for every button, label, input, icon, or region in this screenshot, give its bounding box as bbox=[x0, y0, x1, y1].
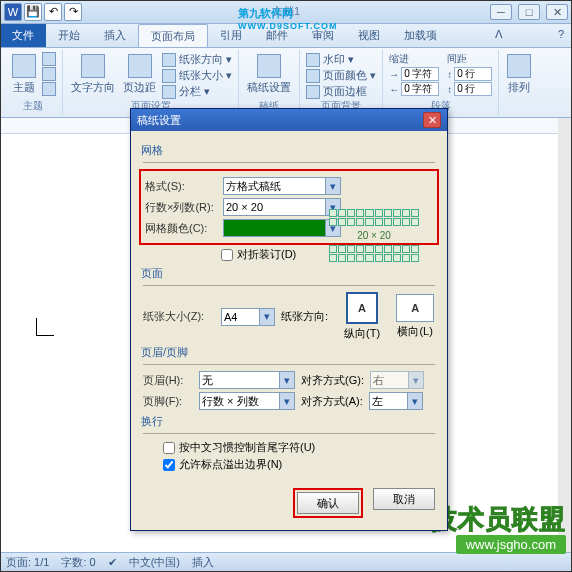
chevron-down-icon: ▾ bbox=[408, 372, 423, 388]
portrait-option[interactable]: A纵向(T) bbox=[344, 292, 380, 341]
landscape-option[interactable]: A横向(L) bbox=[396, 294, 434, 339]
chevron-down-icon: ▾ bbox=[279, 393, 294, 409]
status-mode[interactable]: 插入 bbox=[192, 555, 214, 570]
wrap-chk2[interactable]: 允许标点溢出边界(N) bbox=[163, 457, 435, 472]
tab-file[interactable]: 文件 bbox=[0, 24, 46, 47]
theme-colors-icon[interactable] bbox=[42, 52, 56, 66]
section-wrap: 换行 bbox=[141, 414, 435, 429]
status-page[interactable]: 页面: 1/1 bbox=[6, 555, 49, 570]
pagecolor-button[interactable]: 页面颜色 ▾ bbox=[306, 68, 376, 83]
group-pagesetup: 文字方向 页边距 纸张方向 ▾ 纸张大小 ▾ 分栏 ▾ 页面设置 bbox=[63, 50, 239, 115]
margins-button[interactable]: 页边距 bbox=[121, 52, 158, 99]
pagesize-label: 纸张大小(Z): bbox=[143, 309, 215, 324]
pageborder-icon bbox=[306, 85, 320, 99]
group-label: 主题 bbox=[10, 99, 56, 113]
quick-access-toolbar: W 💾 ↶ ↷ bbox=[4, 3, 82, 21]
status-bar: 页面: 1/1 字数: 0 ✔ 中文(中国) 插入 bbox=[0, 552, 572, 572]
chevron-down-icon: ▾ bbox=[279, 372, 294, 388]
spacing-before[interactable]: ↕ bbox=[447, 67, 492, 81]
chevron-down-icon: ▾ bbox=[259, 309, 274, 325]
size-button[interactable]: 纸张大小 ▾ bbox=[162, 68, 232, 83]
text-direction-button[interactable]: 文字方向 bbox=[69, 52, 117, 99]
cancel-button[interactable]: 取消 bbox=[373, 488, 435, 510]
header-align-combo: 右▾ bbox=[370, 371, 424, 389]
redo-icon[interactable]: ↷ bbox=[64, 3, 82, 21]
pagecolor-icon bbox=[306, 69, 320, 83]
arrange-button[interactable]: 排列 bbox=[505, 52, 533, 113]
watermark-icon bbox=[306, 53, 320, 67]
header-align-label: 对齐方式(G): bbox=[301, 373, 364, 388]
section-headerfooter: 页眉/页脚 bbox=[141, 345, 435, 360]
close-button[interactable]: ✕ bbox=[546, 4, 568, 20]
watermark-button[interactable]: 水印 ▾ bbox=[306, 52, 376, 67]
indent-left[interactable]: → bbox=[389, 67, 439, 81]
group-themes: 主题 主题 bbox=[4, 50, 63, 115]
dialog-titlebar[interactable]: 稿纸设置 ✕ bbox=[131, 109, 447, 131]
indent-right[interactable]: ← bbox=[389, 82, 439, 96]
ribbon-minimize-icon[interactable]: ᐱ bbox=[487, 24, 511, 47]
rowcol-combo[interactable]: 20 × 20▾ bbox=[223, 198, 341, 216]
section-grid: 网格 bbox=[141, 143, 435, 158]
group-paragraph: 缩进 → ← 间距 ↕ ↕ 段落 bbox=[383, 50, 499, 115]
tab-addins[interactable]: 加载项 bbox=[392, 24, 449, 47]
rowcol-label: 行数×列数(R): bbox=[145, 200, 217, 215]
chevron-down-icon: ▾ bbox=[325, 178, 340, 194]
theme-fonts-icon[interactable] bbox=[42, 67, 56, 81]
minimize-button[interactable]: ─ bbox=[490, 4, 512, 20]
grid-preview: 20 × 20 bbox=[329, 209, 419, 262]
landscape-icon: A bbox=[396, 294, 434, 322]
header-label: 页眉(H): bbox=[143, 373, 193, 388]
footer-label: 页脚(F): bbox=[143, 394, 193, 409]
gridcolor-label: 网格颜色(C): bbox=[145, 221, 217, 236]
header-combo[interactable]: 无▾ bbox=[199, 371, 295, 389]
theme-effects-icon[interactable] bbox=[42, 82, 56, 96]
indent-title: 缩进 bbox=[389, 52, 439, 66]
save-icon[interactable]: 💾 bbox=[24, 3, 42, 21]
tab-home[interactable]: 开始 bbox=[46, 24, 92, 47]
undo-icon[interactable]: ↶ bbox=[44, 3, 62, 21]
manuscript-dialog: 稿纸设置 ✕ 网格 格式(S): 方格式稿纸▾ 行数×列数(R): 20 × 2… bbox=[130, 108, 448, 531]
arrange-icon bbox=[507, 54, 531, 78]
footer-align-label: 对齐方式(A): bbox=[301, 394, 363, 409]
footer-watermark: 技术员联盟 www.jsgho.com bbox=[431, 502, 566, 552]
watermark-overlay: 第九软件网 WWW.D9SOFT.COM bbox=[238, 6, 338, 31]
maximize-button[interactable]: □ bbox=[518, 4, 540, 20]
columns-button[interactable]: 分栏 ▾ bbox=[162, 84, 232, 99]
tab-insert[interactable]: 插入 bbox=[92, 24, 138, 47]
status-proof-icon[interactable]: ✔ bbox=[108, 556, 117, 569]
format-combo[interactable]: 方格式稿纸▾ bbox=[223, 177, 341, 195]
columns-icon bbox=[162, 85, 176, 99]
section-page: 页面 bbox=[141, 266, 435, 281]
manuscript-button[interactable]: 稿纸设置 bbox=[245, 52, 293, 99]
word-icon[interactable]: W bbox=[4, 3, 22, 21]
orientation-button[interactable]: 纸张方向 ▾ bbox=[162, 52, 232, 67]
ok-button[interactable]: 确认 bbox=[297, 492, 359, 514]
text-direction-icon bbox=[81, 54, 105, 78]
highlight-box-ok: 确认 bbox=[293, 488, 363, 518]
chevron-down-icon: ▾ bbox=[407, 393, 422, 409]
dialog-title: 稿纸设置 bbox=[137, 113, 181, 128]
spacing-after[interactable]: ↕ bbox=[447, 82, 492, 96]
spacing-title: 间距 bbox=[447, 52, 492, 66]
tab-view[interactable]: 视图 bbox=[346, 24, 392, 47]
format-label: 格式(S): bbox=[145, 179, 217, 194]
dialog-close-button[interactable]: ✕ bbox=[423, 112, 441, 128]
footer-align-combo[interactable]: 左▾ bbox=[369, 392, 423, 410]
help-icon[interactable]: ? bbox=[550, 24, 572, 47]
group-pagebg: 水印 ▾ 页面颜色 ▾ 页面边框 页面背景 bbox=[300, 50, 383, 115]
size-icon bbox=[162, 69, 176, 83]
wrap-chk1[interactable]: 按中文习惯控制首尾字符(U) bbox=[163, 440, 435, 455]
themes-button[interactable]: 主题 bbox=[10, 52, 38, 99]
tab-pagelayout[interactable]: 页面布局 bbox=[138, 24, 208, 47]
orientation-icon bbox=[162, 53, 176, 67]
themes-icon bbox=[12, 54, 36, 78]
pagesize-combo[interactable]: A4▾ bbox=[221, 308, 275, 326]
pageborder-button[interactable]: 页面边框 bbox=[306, 84, 376, 99]
gridcolor-combo[interactable]: ▾ bbox=[223, 219, 341, 237]
group-arrange: 排列 bbox=[499, 50, 539, 115]
status-words[interactable]: 字数: 0 bbox=[61, 555, 95, 570]
manuscript-icon bbox=[257, 54, 281, 78]
orient-label: 纸张方向: bbox=[281, 309, 328, 324]
status-lang[interactable]: 中文(中国) bbox=[129, 555, 180, 570]
footer-combo[interactable]: 行数 × 列数▾ bbox=[199, 392, 295, 410]
